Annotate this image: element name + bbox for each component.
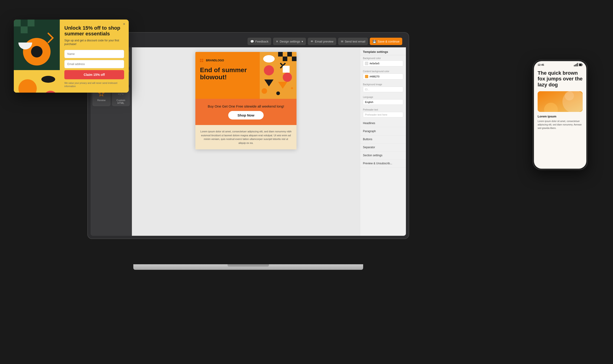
language-field: Language English [360,94,406,107]
svg-rect-29 [278,52,283,56]
bg-image-placeholder: Cl... [365,88,370,91]
send-test-button[interactable]: ✉ Send test email [338,38,368,45]
popup-claim-button[interactable]: Claim 15% off [64,70,124,79]
logo-dot [200,59,201,60]
panel-menu-preview-unsubscribe[interactable]: Preview & Unsubscrib... [360,159,406,168]
language-label: Language [363,96,403,98]
popup-email-input[interactable] [64,60,124,68]
svg-text:✦: ✦ [290,86,294,91]
popup-card: × Unlock 15% off to shop summer essentia… [14,20,129,93]
signal-bar-1 [574,65,575,66]
panel-menu-headlines[interactable]: Headlines [360,119,406,127]
svg-point-8 [31,46,42,57]
signal-bars [574,63,578,66]
svg-rect-3 [27,20,35,26]
preheader-label: Preheader text [363,108,403,111]
svg-point-39 [264,65,274,75]
phone-status-icons [574,63,583,66]
preheader-placeholder: Preheader text here [365,113,387,116]
bg-color-field: Background color #e5e5e5 [360,55,406,68]
sidebar-item-html-label: Custom HTML [113,99,129,104]
svg-point-40 [283,73,292,82]
popup-left-graphic [14,20,60,93]
phone-lorem-title: Lorem ipsum [538,115,583,118]
save-continue-button[interactable]: 💾 Save & continue [370,38,402,45]
svg-point-45 [276,91,280,95]
save-icon: 💾 [373,40,376,43]
content-bg-swatch [365,75,368,78]
laptop-screen: ↩ ▾ ↪ 💬 Feedback ✕ Design settings ▾ 👁 E… [91,35,406,236]
svg-rect-34 [283,56,287,61]
language-value: English [365,101,373,104]
svg-rect-35 [287,56,292,61]
svg-rect-5 [21,26,27,33]
logo-dot [200,61,201,62]
bg-image-field: Background image Cl... [360,81,406,94]
language-input[interactable]: English [363,99,403,105]
logo-dot [202,61,203,62]
phone-container: 12:45 The quick brown fox jumps over the… [533,60,588,170]
popup-subtitle: Sign up and get a discount code for your… [64,39,124,46]
content-bg-input[interactable]: #488270 [363,74,403,79]
svg-rect-6 [27,26,35,33]
preheader-field: Preheader text Preheader text here [360,107,406,119]
email-right-graphic: ✕ [260,52,297,99]
preheader-input[interactable]: Preheader text here [363,112,403,117]
popup-disclaimer: We value your privacy and will never sen… [64,82,124,88]
panel-menu-separator[interactable]: Separator [360,143,406,151]
svg-rect-43 [283,66,290,73]
design-settings-button[interactable]: ✕ Design settings ▾ [273,38,306,45]
email-title: End of summer blowout! [200,67,255,81]
laptop-base [133,264,363,273]
chat-icon: 💬 [250,40,254,43]
sidebar-item-review-label: Review [97,99,105,102]
svg-point-38 [263,55,275,63]
svg-text:</>: </> [118,92,124,96]
signal-bar-4 [577,63,578,66]
svg-point-44 [261,88,267,94]
popup-name-input[interactable] [64,50,124,58]
email-preview-area: BRANDLOGO End of summer blowout! [132,47,360,236]
svg-rect-48 [582,64,583,65]
feedback-button[interactable]: 💬 Feedback [248,38,271,45]
panel-title: Template settings [360,47,406,55]
right-settings-panel: Template settings Background color #e5e5… [360,47,406,236]
phone-status-bar: 12:45 [534,61,586,67]
svg-rect-4 [14,26,21,33]
svg-rect-2 [21,20,27,26]
bg-color-input[interactable]: #e5e5e5 [363,60,403,66]
shop-now-button[interactable]: Shop Now [228,111,263,119]
popup-close-button[interactable]: × [122,22,126,26]
panel-menu-paragraph[interactable]: Paragraph [360,127,406,135]
logo-grid [200,59,203,62]
email-logo: BRANDLOGO [200,59,255,62]
phone-time: 12:45 [538,64,544,66]
laptop-container: ↩ ▾ ↪ 💬 Feedback ✕ Design settings ▾ 👁 E… [87,32,409,273]
bg-color-value: #e5e5e5 [370,62,379,65]
battery-icon [579,64,583,66]
laptop-body: ↩ ▾ ↪ 💬 Feedback ✕ Design settings ▾ 👁 E… [87,32,409,239]
phone-lorem-text: Lorem ipsum dolor sit amet, consectetuer… [538,119,583,130]
bg-color-swatch [365,62,368,65]
phone-content: The quick brown fox jumps over the lazy … [534,67,586,133]
bg-image-input[interactable]: Cl... [363,87,403,92]
laptop-notch [228,264,269,267]
svg-point-13 [41,76,55,83]
email-left-content: BRANDLOGO End of summer blowout! [195,52,260,99]
design-icon: ✕ [276,40,278,43]
send-icon: ✉ [341,40,343,43]
phone-title: The quick brown fox jumps over the lazy … [538,70,583,88]
screen-content: Social Product Menu [91,47,406,236]
panel-menu-section-settings[interactable]: Section settings [360,151,406,159]
svg-rect-49 [579,64,582,66]
svg-rect-33 [278,56,283,61]
email-header-section: BRANDLOGO End of summer blowout! [195,52,297,99]
email-preview-button[interactable]: 👁 Email preview [308,38,336,45]
panel-menu-buttons[interactable]: Buttons [360,135,406,143]
content-bg-value: #488270 [370,75,379,78]
svg-point-53 [565,91,574,100]
content-bg-label: Content background color [363,70,403,73]
eye-icon: 👁 [311,40,313,43]
bg-image-label: Background image [363,83,403,86]
bg-color-label: Background color [363,57,403,60]
